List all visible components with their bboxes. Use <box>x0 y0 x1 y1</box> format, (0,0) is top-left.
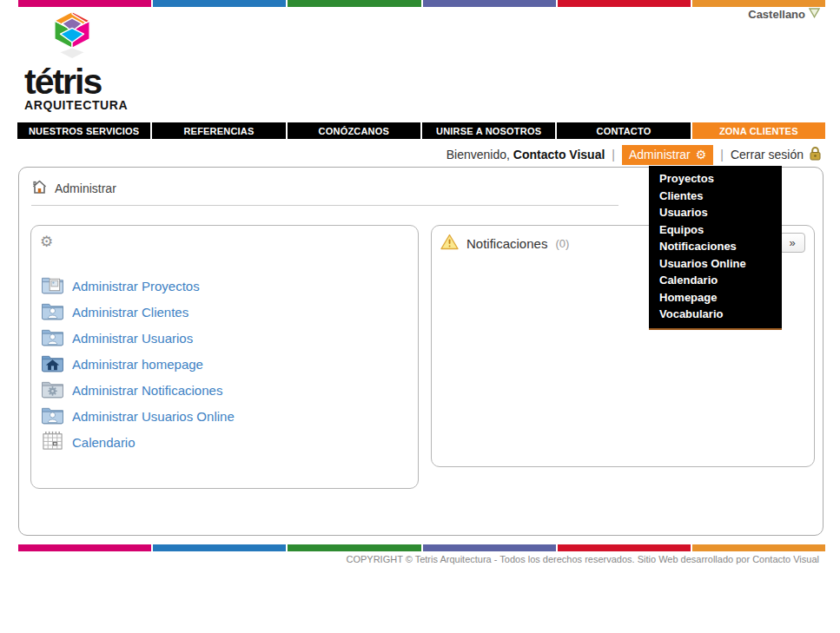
page: Castellano tétris ARQUITECTURA NUE <box>0 0 840 633</box>
stripe-segment <box>692 544 825 551</box>
notifications-count: (0) <box>555 237 569 250</box>
link-label: Administrar Clientes <box>72 305 189 320</box>
stripe-segment <box>18 0 151 7</box>
username: Contacto Visual <box>513 148 605 162</box>
stripe-segment <box>153 0 286 7</box>
nav-item-zona-clientes[interactable]: ZONA CLIENTES <box>692 122 825 139</box>
link-administrar-notificaciones[interactable]: Administrar Notificaciones <box>41 377 409 403</box>
link-calendario[interactable]: Calendario <box>41 429 409 455</box>
folder-user-icon <box>41 326 64 350</box>
separator: | <box>720 148 724 162</box>
administrar-label: Administrar <box>629 148 691 162</box>
link-administrar-clientes[interactable]: Administrar Clientes <box>41 299 409 325</box>
link-label: Administrar Notificaciones <box>72 383 222 398</box>
main-nav: NUESTROS SERVICIOS REFERENCIAS CONÓZCANO… <box>17 122 825 139</box>
gear-icon: ⚙ <box>696 148 707 161</box>
stripe-segment <box>18 544 151 551</box>
link-label: Administrar Proyectos <box>72 279 200 293</box>
logo-title: tétris <box>24 66 129 97</box>
link-administrar-proyectos[interactable]: Administrar Proyectos <box>41 273 409 299</box>
nav-item-contacto[interactable]: CONTACTO <box>557 122 690 139</box>
warning-icon <box>440 234 459 254</box>
link-label: Administrar homepage <box>72 357 203 372</box>
link-label: Administrar Usuarios Online <box>72 409 235 424</box>
logout-label: Cerrar sesión <box>731 148 804 162</box>
folder-user-icon <box>41 405 64 428</box>
nav-item-nuestros-servicios[interactable]: NUESTROS SERVICIOS <box>17 122 150 139</box>
admin-dropdown-menu: Proyectos Clientes Usuarios Equipos Noti… <box>649 166 782 330</box>
menu-item-notificaciones[interactable]: Notificaciones <box>649 238 782 255</box>
user-bar: Bienvenido, Contacto Visual | Administra… <box>446 144 822 165</box>
menu-item-usuarios-online[interactable]: Usuarios Online <box>649 255 782 273</box>
stripe-segment <box>288 544 420 551</box>
language-selector[interactable]: Castellano <box>748 8 820 21</box>
folder-user-icon <box>41 300 64 324</box>
top-color-stripe <box>18 0 825 7</box>
logout-button[interactable]: Cerrar sesión <box>731 146 822 163</box>
link-administrar-usuarios[interactable]: Administrar Usuarios <box>41 325 409 351</box>
folder-image-icon <box>41 274 64 298</box>
link-administrar-usuarios-online[interactable]: Administrar Usuarios Online <box>41 403 409 429</box>
folder-gear-icon <box>41 379 64 402</box>
stripe-segment <box>288 0 420 7</box>
logo-subtitle: ARQUITECTURA <box>24 98 129 112</box>
menu-item-equipos[interactable]: Equipos <box>649 221 782 239</box>
menu-item-clientes[interactable]: Clientes <box>649 188 782 205</box>
page-header: Administrar <box>31 180 116 197</box>
page-title: Administrar <box>55 181 116 195</box>
folder-home-icon <box>41 353 64 376</box>
menu-item-proyectos[interactable]: Proyectos <box>649 170 782 188</box>
greeting-label: Bienvenido, <box>446 148 510 162</box>
chevron-down-icon <box>809 8 820 21</box>
padlock-icon <box>809 146 822 163</box>
admin-links-panel: ⚙ Administrar Proyectos <box>30 225 419 489</box>
nav-item-unirse-a-nosotros[interactable]: UNIRSE A NOSOTROS <box>422 122 555 139</box>
stripe-segment <box>423 0 556 7</box>
calendar-icon <box>41 430 64 454</box>
nav-item-conozcanos[interactable]: CONÓZCANOS <box>288 122 420 139</box>
copyright-text: COPYRIGHT © Tetris Arquitectura - Todos … <box>346 554 819 564</box>
stripe-segment <box>692 0 825 7</box>
bottom-color-stripe <box>18 544 825 551</box>
admin-links-list: Administrar Proyectos Administrar Client… <box>41 273 409 455</box>
gears-icon: ⚙ <box>40 233 53 250</box>
link-label: Calendario <box>72 435 136 450</box>
greeting-text: Bienvenido, Contacto Visual <box>446 148 605 162</box>
separator: | <box>612 148 615 162</box>
next-page-button[interactable]: » <box>779 233 805 253</box>
stripe-segment <box>558 0 691 7</box>
menu-item-homepage[interactable]: Homepage <box>649 289 782 307</box>
menu-item-vocabulario[interactable]: Vocabulario <box>649 306 782 323</box>
notifications-title: Notificaciones <box>466 236 547 251</box>
title-divider <box>31 205 618 206</box>
nav-item-referencias[interactable]: REFERENCIAS <box>152 122 285 139</box>
link-label: Administrar Usuarios <box>72 331 193 346</box>
stripe-segment <box>153 544 286 551</box>
home-icon <box>31 180 48 197</box>
logo[interactable]: tétris ARQUITECTURA <box>24 10 129 112</box>
stripe-segment <box>423 544 556 551</box>
administrar-button[interactable]: Administrar ⚙ <box>622 145 713 165</box>
stripe-segment <box>558 544 691 551</box>
menu-item-usuarios[interactable]: Usuarios <box>649 204 782 221</box>
link-administrar-homepage[interactable]: Administrar homepage <box>41 351 409 377</box>
menu-item-calendario[interactable]: Calendario <box>649 272 782 289</box>
logo-cube-icon <box>24 10 129 64</box>
language-label: Castellano <box>748 8 805 21</box>
